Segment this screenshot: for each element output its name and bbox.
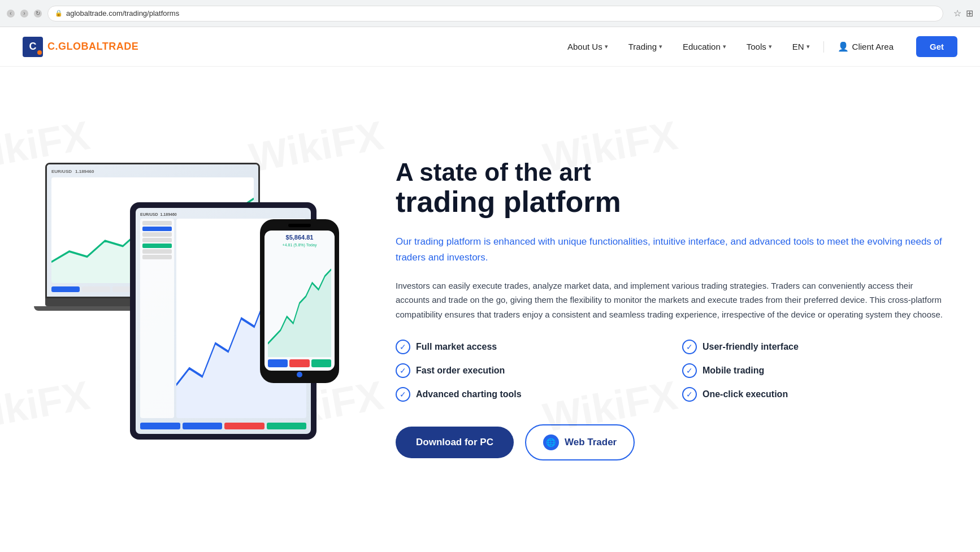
download-pc-button[interactable]: Download for PC	[396, 427, 514, 458]
phone-btn-3	[311, 359, 331, 367]
get-button[interactable]: Get	[916, 36, 957, 57]
client-area-label: Client Area	[852, 42, 894, 51]
phone-chart-area	[268, 249, 331, 357]
globe-icon: 🌐	[543, 434, 559, 450]
feature-label-3: Mobile trading	[703, 366, 764, 376]
tablet-sidebar	[140, 219, 174, 418]
browser-chrome: ‹ › ↻ 🔒 aglobaltrade.com/trading/platfor…	[0, 0, 980, 27]
check-icon-2: ✓	[396, 363, 410, 378]
lead-text: Our trading platform is enhanced with un…	[396, 234, 946, 264]
refresh-button[interactable]: ↻	[34, 10, 42, 18]
logo-prefix: C.	[47, 41, 58, 52]
phone-home-dot	[297, 372, 302, 377]
body-text: Investors can easily execute trades, ana…	[396, 279, 946, 322]
phone-btn-2	[289, 359, 309, 367]
feature-label-0: Full market access	[416, 342, 497, 352]
devices-section: EUR/USD 1.189460	[34, 118, 362, 502]
tablet-price-label: 1.189460	[161, 212, 177, 216]
tablet-btn-row	[140, 423, 306, 429]
web-trader-label: Web Trader	[565, 437, 617, 448]
phone-btn-1	[268, 359, 288, 367]
check-icon-5: ✓	[682, 387, 697, 402]
extensions-button[interactable]: ⊞	[966, 8, 973, 19]
nav-tools-label: Tools	[747, 42, 766, 51]
feature-item-2: ✓ Fast order execution	[396, 363, 660, 378]
tablet-topbar: EUR/USD 1.189460	[140, 212, 306, 216]
text-section: A state of the art trading platform Our …	[396, 136, 946, 483]
user-icon: 👤	[838, 41, 849, 52]
laptop-topbar: EUR/USD 1.189460	[51, 169, 254, 174]
heading-line1: A state of the art	[396, 159, 946, 186]
nav-trading-chevron: ▾	[659, 43, 662, 50]
tablet-btn-3	[224, 423, 264, 429]
nav-separator	[823, 41, 824, 53]
nav-tools-chevron: ▾	[769, 43, 772, 50]
phone-screen: $5,864.81 +4.81 (5.8%) Today	[264, 231, 335, 371]
sidebar-item-2	[142, 227, 172, 231]
sidebar-item-7	[142, 255, 172, 259]
back-button[interactable]: ‹	[7, 10, 15, 18]
sidebar-item-6	[142, 249, 172, 254]
sidebar-item-1	[142, 221, 172, 225]
url-text: aglobaltrade.com/trading/platforms	[66, 9, 179, 18]
feature-label-4: Advanced charting tools	[416, 389, 522, 399]
nav-education-chevron: ▾	[723, 43, 726, 50]
feature-item-0: ✓ Full market access	[396, 340, 660, 354]
bookmark-button[interactable]: ☆	[953, 8, 961, 19]
feature-item-1: ✓ User-friendly interface	[682, 340, 946, 354]
feature-label-1: User-friendly interface	[703, 342, 799, 352]
logo-icon	[23, 37, 43, 57]
nav-education-label: Education	[683, 42, 721, 51]
logo[interactable]: C.GLOBALTRADE	[23, 37, 138, 57]
web-trader-button[interactable]: 🌐 Web Trader	[525, 424, 635, 460]
phone-bottom-btns	[268, 359, 331, 367]
nav-lang-label: EN	[792, 42, 804, 51]
nav-item-about[interactable]: About Us ▾	[558, 37, 617, 56]
client-area[interactable]: 👤 Client Area	[829, 37, 903, 56]
phone-sub: +4.81 (5.8%) Today	[268, 243, 331, 247]
nav-about-label: About Us	[567, 42, 602, 51]
main-layout: EUR/USD 1.189460	[0, 67, 980, 552]
nav-menu: About Us ▾ Trading ▾ Education ▾ Tools ▾…	[558, 37, 903, 56]
phone-mockup: $5,864.81 +4.81 (5.8%) Today	[260, 219, 339, 383]
url-bar[interactable]: 🔒 aglobaltrade.com/trading/platforms	[47, 6, 943, 21]
cta-row: Download for PC 🌐 Web Trader	[396, 424, 946, 460]
browser-actions: ☆ ⊞	[953, 8, 973, 19]
navbar: C.GLOBALTRADE About Us ▾ Trading ▾ Educa…	[0, 27, 980, 67]
feature-label-2: Fast order execution	[416, 366, 505, 376]
check-icon-4: ✓	[396, 387, 410, 402]
nav-item-trading[interactable]: Trading ▾	[619, 37, 671, 56]
phone-notch	[288, 224, 311, 227]
nav-about-chevron: ▾	[605, 43, 608, 50]
tablet-btn-4	[267, 423, 307, 429]
sidebar-item-5	[142, 244, 172, 248]
feature-item-5: ✓ One-click execution	[682, 387, 946, 402]
check-icon-1: ✓	[682, 340, 697, 354]
phone-chart-svg	[268, 249, 331, 357]
feature-item-3: ✓ Mobile trading	[682, 363, 946, 378]
nav-item-tools[interactable]: Tools ▾	[738, 37, 781, 56]
phone-price: $5,864.81	[268, 234, 331, 241]
tablet-btn-2	[183, 423, 223, 429]
nav-item-education[interactable]: Education ▾	[674, 37, 735, 56]
logo-dot	[37, 50, 42, 55]
lock-icon: 🔒	[55, 10, 63, 17]
laptop-price-label: 1.189460	[75, 169, 94, 174]
tablet-pair-label: EUR/USD	[140, 212, 158, 216]
sidebar-item-4	[142, 238, 172, 242]
heading-line2: trading platform	[396, 185, 621, 218]
check-icon-0: ✓	[396, 340, 410, 354]
nav-item-lang[interactable]: EN ▾	[783, 37, 819, 56]
phone-body: $5,864.81 +4.81 (5.8%) Today	[260, 219, 339, 383]
forward-button[interactable]: ›	[20, 10, 28, 18]
tablet-btn-1	[140, 423, 180, 429]
page-content: WikiFX WikiFX WikiFX WikiFX WikiFX WikiF…	[0, 67, 980, 552]
laptop-pair-label: EUR/USD	[51, 169, 72, 174]
check-icon-3: ✓	[682, 363, 697, 378]
sidebar-item-3	[142, 232, 172, 237]
feature-item-4: ✓ Advanced charting tools	[396, 387, 660, 402]
nav-trading-label: Trading	[628, 42, 657, 51]
feature-label-5: One-click execution	[703, 389, 788, 399]
page-heading: A state of the art trading platform	[396, 159, 946, 219]
features-grid: ✓ Full market access ✓ User-friendly int…	[396, 340, 946, 402]
